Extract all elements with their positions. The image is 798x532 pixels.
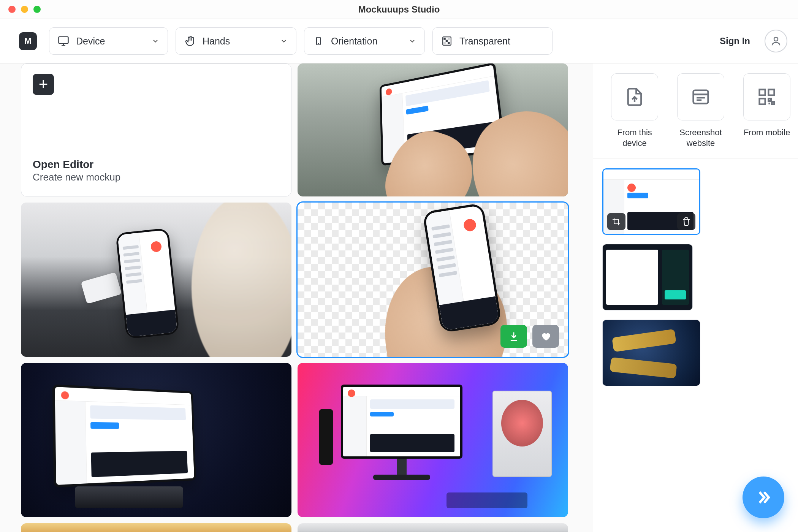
delete-thumbnail-button[interactable] [677,213,695,230]
svg-rect-0 [59,37,68,44]
heart-icon [540,331,551,342]
svg-rect-6 [443,42,445,44]
chevrons-right-icon [754,488,773,507]
svg-rect-5 [446,40,448,42]
mockup-card[interactable] [21,523,291,532]
sign-in-link[interactable]: Sign In [720,36,750,46]
download-icon [508,331,519,342]
expand-panel-fab[interactable] [743,477,784,518]
source-thumbnail[interactable] [602,320,700,386]
source-thumbnails [593,158,798,396]
app-logo[interactable]: M [19,32,37,50]
mockup-gallery: + Open Editor Create new mockup [0,63,593,532]
open-editor-subtitle: Create new mockup [33,171,280,183]
user-icon [770,35,782,47]
import-from-mobile-label: From mobile [744,127,790,138]
file-upload-icon [625,87,644,107]
account-avatar-button[interactable] [765,30,787,52]
hand-icon [184,35,196,47]
svg-rect-7 [448,42,450,44]
speaker-prop [319,409,333,465]
transparency-icon [441,35,453,47]
crop-thumbnail-button[interactable] [607,213,625,230]
window-titlebar: Mockuuups Studio [0,0,798,19]
import-from-mobile[interactable]: From mobile [738,73,795,148]
filter-hands-label: Hands [203,36,230,47]
toolbar: M Device Hands Orientation Transparent [0,19,798,63]
import-screenshot-website[interactable]: Screenshot website [672,73,729,148]
monitor-icon [58,35,69,47]
pc-tower-prop [492,391,552,477]
import-screenshot-website-label: Screenshot website [672,127,729,148]
plus-icon: + [33,74,54,95]
import-options: From this device Screenshot website From… [593,63,798,158]
mockup-card[interactable] [298,523,568,532]
filter-device-label: Device [76,36,105,47]
mockup-card[interactable] [21,203,291,357]
filter-orientation-label: Orientation [331,36,377,47]
browser-icon [691,87,711,107]
svg-rect-3 [443,38,445,40]
qr-icon [757,87,777,107]
source-thumbnail-selected[interactable] [602,168,700,235]
trash-icon [682,217,691,226]
svg-point-8 [774,37,778,41]
filter-hands-dropdown[interactable]: Hands [176,27,296,55]
filter-transparent-label: Transparent [459,36,510,47]
mockup-card-actions [500,325,559,348]
mockup-card[interactable] [21,363,291,517]
svg-rect-4 [448,38,450,40]
filter-device-dropdown[interactable]: Device [49,27,168,55]
chevron-down-icon [408,37,416,45]
download-button[interactable] [500,325,527,348]
keyboard-prop [446,492,528,508]
open-editor-card[interactable]: + Open Editor Create new mockup [21,63,291,196]
mockup-card[interactable] [298,363,568,517]
mockup-card-selected[interactable] [298,203,568,357]
person-illustration [192,203,291,357]
card-prop [81,272,122,304]
svg-rect-12 [760,98,765,104]
import-from-device-label: From this device [606,127,663,148]
phone-icon [313,35,324,47]
source-thumbnail[interactable] [602,244,693,310]
filter-orientation-dropdown[interactable]: Orientation [304,27,425,55]
favorite-button[interactable] [532,325,559,348]
sidebar: From this device Screenshot website From… [593,63,798,532]
chevron-down-icon [152,37,159,45]
crop-icon [612,217,621,226]
mockup-card[interactable] [298,63,568,196]
filter-transparent-toggle[interactable]: Transparent [432,27,553,55]
svg-rect-11 [768,90,774,95]
import-from-device[interactable]: From this device [606,73,663,148]
app-title: Mockuuups Studio [0,4,798,15]
chevron-down-icon [280,37,288,45]
open-editor-title: Open Editor [33,158,280,171]
svg-rect-10 [760,90,765,95]
rock-prop [75,486,183,508]
